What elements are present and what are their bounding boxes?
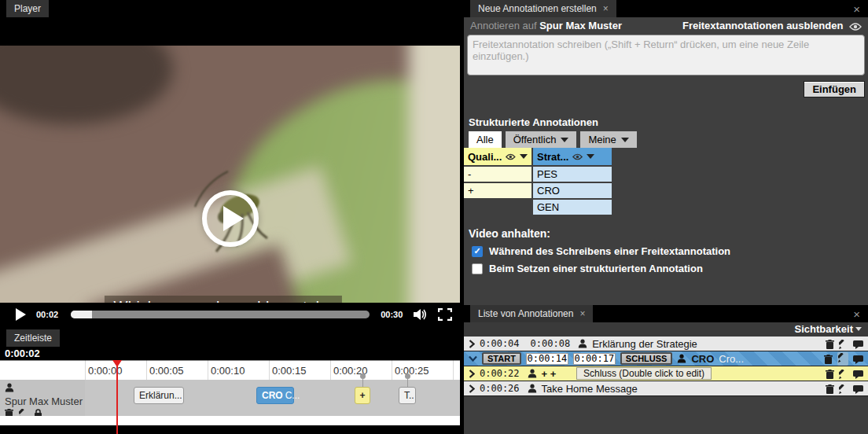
chip-code: CRO xyxy=(262,390,283,401)
edit-icon[interactable] xyxy=(839,370,848,379)
visibility-label[interactable]: Sichtbarkeit xyxy=(795,323,853,335)
dropdown-caret-icon[interactable] xyxy=(587,154,594,159)
table-cell[interactable]: - xyxy=(464,167,531,182)
table-cell[interactable]: CRO xyxy=(533,183,612,198)
user-icon xyxy=(578,339,587,348)
tab-close-icon[interactable]: × xyxy=(603,3,609,14)
user-icon xyxy=(528,369,537,378)
eye-icon[interactable] xyxy=(849,23,862,31)
tab-label: Neue Annotationen erstellen xyxy=(478,3,597,14)
column-header-label: Quali... xyxy=(468,151,502,163)
checkbox-checked[interactable]: ✓ xyxy=(472,246,483,257)
filter-tab-oeffentlich[interactable]: Öffentlich xyxy=(506,131,577,148)
chip-label: + xyxy=(360,390,366,401)
column-header-strat[interactable]: Strat... xyxy=(533,148,612,165)
delete-icon[interactable] xyxy=(824,355,833,364)
tick-label: 0:00:25 xyxy=(395,365,428,377)
track-label: Spur Max Muster xyxy=(0,380,85,416)
start-button[interactable]: START xyxy=(482,352,521,365)
comment-icon[interactable] xyxy=(853,370,863,379)
edit-icon[interactable] xyxy=(839,340,848,349)
end-time-input[interactable] xyxy=(573,353,616,365)
edit-hint-tooltip[interactable]: Schluss (Double click to edit) xyxy=(576,367,712,380)
eye-icon[interactable] xyxy=(572,153,583,160)
timeline-annotation-chip[interactable]: T.. xyxy=(399,387,416,404)
collapse-chevron-icon[interactable] xyxy=(469,355,477,362)
video-cream-strip xyxy=(409,46,460,303)
structured-annotations-heading: Strukturierte Annotationen xyxy=(464,107,868,131)
tab-zeitleiste[interactable]: Zeitleiste xyxy=(6,329,60,347)
freetext-input[interactable] xyxy=(467,35,865,75)
tab-zeitleiste-label: Zeitleiste xyxy=(14,333,52,344)
checkbox-unchecked[interactable] xyxy=(472,263,483,274)
delete-icon[interactable] xyxy=(826,384,834,394)
annotation-track[interactable]: Spur Max Muster Erklärun... CRO C... + T… xyxy=(0,380,460,416)
edit-icon[interactable] xyxy=(839,384,848,394)
player-controls: 00:02 00:30 xyxy=(0,303,460,326)
panel-close-icon[interactable]: × xyxy=(853,307,860,321)
play-icon xyxy=(223,206,244,231)
checkbox-row-structured: Beim Setzen einer strukturierten Annotat… xyxy=(464,261,868,276)
eye-icon[interactable] xyxy=(506,153,516,160)
column-header-quali[interactable]: Quali... xyxy=(464,148,531,165)
table-cell[interactable]: PES xyxy=(533,167,612,182)
video-frame[interactable]: Which approach would you take xyxy=(0,46,460,303)
big-play-button[interactable] xyxy=(202,190,259,247)
delete-icon[interactable] xyxy=(826,340,834,349)
checkbox-label: Während des Schreibens einer Freitextann… xyxy=(489,245,730,257)
annotation-pin xyxy=(405,373,410,379)
insert-button[interactable]: Einfügen xyxy=(804,81,865,97)
annotation-list-row-selected[interactable]: START SCHLUSS CRO Cro... xyxy=(464,351,868,366)
dropdown-caret-icon[interactable] xyxy=(520,154,528,159)
video-stop-heading: Video anhalten: xyxy=(464,216,868,244)
table-cell[interactable]: + xyxy=(464,183,531,198)
table-cell[interactable]: GEN xyxy=(533,200,612,215)
expand-chevron-icon[interactable] xyxy=(469,370,475,378)
edit-icon-active[interactable] xyxy=(837,352,848,366)
duration: 00:30 xyxy=(381,310,403,319)
track-name: Spur Max Muster xyxy=(5,395,85,407)
timeline-annotation-chip[interactable]: Erklärun... xyxy=(134,387,184,404)
timeline-annotation-chip[interactable]: + xyxy=(355,387,370,404)
tick-label: 0:00:15 xyxy=(272,365,306,377)
schluss-button[interactable]: SCHLUSS xyxy=(620,352,673,365)
expand-chevron-icon[interactable] xyxy=(469,384,475,393)
tab-player-label: Player xyxy=(14,3,41,14)
tab-close-icon[interactable]: × xyxy=(579,308,585,319)
timeline-annotation-chip[interactable]: CRO C... xyxy=(256,387,294,404)
expand-chevron-icon[interactable] xyxy=(469,340,475,348)
playhead-line[interactable] xyxy=(116,360,118,434)
fullscreen-icon[interactable] xyxy=(438,308,452,321)
comment-icon[interactable] xyxy=(853,384,863,394)
panel-close-icon[interactable]: × xyxy=(853,2,860,16)
comment-icon[interactable] xyxy=(853,355,863,364)
annotation-list-row[interactable]: 0:00:26 Take Home Message xyxy=(464,381,868,396)
dropdown-caret-icon xyxy=(561,138,568,142)
list-panel-tabbar: Liste von Annotationen × × xyxy=(464,305,868,322)
tab-liste-von-annotationen[interactable]: Liste von Annotationen × xyxy=(470,305,593,322)
user-icon xyxy=(5,383,14,392)
annotation-list-row[interactable]: 0:00:22 + + Schluss (Double click to edi… xyxy=(464,366,868,381)
start-time-input[interactable] xyxy=(526,353,568,365)
annotate-track-name: Spur Max Muster xyxy=(539,20,622,31)
hide-freetext-label[interactable]: Freitextannotationen ausblenden xyxy=(682,20,843,31)
end-time: 0:00:08 xyxy=(531,338,571,349)
comment-icon[interactable] xyxy=(853,340,863,349)
annotation-codes: + + xyxy=(542,368,557,380)
current-time: 00:02 xyxy=(36,310,58,319)
tab-neue-annotationen[interactable]: Neue Annotationen erstellen × xyxy=(470,0,616,17)
filter-tab-alle[interactable]: Alle xyxy=(469,131,502,148)
structured-annotations-table: Quali... Strat... - PES + CRO GEN xyxy=(464,148,868,215)
annotation-list-row[interactable]: 0:00:04 0:00:08 Erklärung der Strategie xyxy=(464,337,868,351)
dropdown-caret-icon xyxy=(621,138,629,142)
play-button[interactable] xyxy=(16,308,26,321)
delete-icon[interactable] xyxy=(826,370,834,379)
chip-label: T.. xyxy=(404,390,414,401)
tab-player[interactable]: Player xyxy=(6,0,49,17)
volume-icon[interactable] xyxy=(413,308,428,321)
edit-icon xyxy=(838,353,848,362)
filter-tab-meine[interactable]: Meine xyxy=(580,131,636,148)
user-icon xyxy=(528,384,537,393)
seek-bar[interactable] xyxy=(71,311,370,318)
timeline-current-time: 0:00:02 xyxy=(0,347,460,360)
